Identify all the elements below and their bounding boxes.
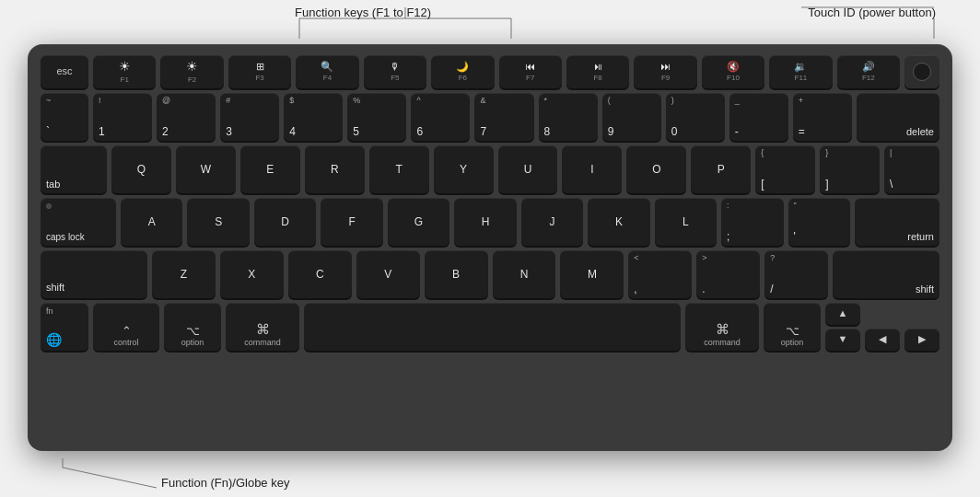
key-slash[interactable]: ? / [764, 250, 828, 298]
key-control[interactable]: ⌃ control [93, 303, 159, 351]
key-command-left[interactable]: ⌘ command [226, 303, 299, 351]
number-key-row: ~ ` ! 1 @ 2 # 3 $ 4 % 5 ^ 6 & 7 [41, 93, 939, 141]
key-v[interactable]: V [356, 250, 420, 298]
key-8[interactable]: * 8 [539, 93, 598, 141]
key-o[interactable]: O [626, 145, 686, 193]
key-period[interactable]: > . [696, 250, 760, 298]
key-f10[interactable]: 🔇 F10 [702, 55, 764, 88]
key-f4[interactable]: 🔍 F4 [296, 55, 358, 88]
key-return[interactable]: return [855, 198, 939, 246]
key-f7[interactable]: ⏮ F7 [499, 55, 562, 88]
arrow-key-group: ▲ ▼ [825, 303, 860, 351]
key-arrow-right[interactable]: ▶ [904, 329, 939, 351]
key-pipe[interactable]: | \ [884, 145, 939, 193]
key-x[interactable]: X [220, 250, 284, 298]
key-g[interactable]: G [388, 198, 449, 246]
svg-line-7 [63, 468, 157, 488]
key-equals[interactable]: + = [793, 93, 852, 141]
key-3[interactable]: # 3 [220, 93, 279, 141]
key-backtick[interactable]: ~ ` [41, 93, 88, 141]
key-f9[interactable]: ⏭ F9 [634, 55, 696, 88]
function-keys-label: Function keys (F1 to F12) [295, 6, 431, 19]
key-7[interactable]: & 7 [474, 93, 533, 141]
key-b[interactable]: B [425, 250, 488, 298]
key-f5[interactable]: 🎙 F5 [364, 55, 426, 88]
key-fn-globe[interactable]: fn 🌐 [41, 303, 88, 351]
key-9[interactable]: ( 9 [602, 93, 661, 141]
function-key-row: esc ☀ F1 ☀ F2 ⊞ F3 🔍 F4 [41, 55, 939, 88]
key-f8[interactable]: ⏯ F8 [566, 55, 629, 88]
key-shift-left[interactable]: shift [41, 250, 147, 298]
key-f11[interactable]: 🔉 F11 [769, 55, 832, 88]
key-e[interactable]: E [240, 145, 300, 193]
key-f6[interactable]: 🌙 F6 [431, 55, 494, 88]
key-6[interactable]: ^ 6 [411, 93, 470, 141]
key-i[interactable]: I [562, 145, 622, 193]
key-1[interactable]: ! 1 [93, 93, 152, 141]
key-f[interactable]: F [321, 198, 382, 246]
key-q[interactable]: Q [111, 145, 171, 193]
key-n[interactable]: N [493, 250, 556, 298]
key-p[interactable]: P [691, 145, 751, 193]
key-c[interactable]: C [288, 250, 352, 298]
key-arrow-left[interactable]: ◀ [865, 329, 900, 351]
key-r[interactable]: R [305, 145, 365, 193]
key-minus[interactable]: _ - [729, 93, 788, 141]
key-esc[interactable]: esc [41, 55, 88, 88]
zxcv-key-row: shift Z X C V B N M < , > . ? / shift [41, 250, 939, 298]
key-bracket-left[interactable]: { [ [755, 145, 815, 193]
keyboard: esc ☀ F1 ☀ F2 ⊞ F3 🔍 F4 [28, 44, 952, 451]
touchid-annotation: Touch ID (power button) [808, 6, 936, 19]
key-tab[interactable]: tab [41, 145, 107, 193]
key-option-left[interactable]: ⌥ option [164, 303, 221, 351]
key-quote[interactable]: " ' [788, 198, 850, 246]
key-f1[interactable]: ☀ F1 [93, 55, 156, 88]
key-touchid[interactable] [904, 55, 939, 88]
key-f2[interactable]: ☀ F2 [160, 55, 223, 88]
key-f12[interactable]: 🔊 F12 [837, 55, 900, 88]
touchid-label: Touch ID (power button) [808, 6, 936, 19]
key-m[interactable]: M [560, 250, 624, 298]
key-0[interactable]: ) 0 [666, 93, 725, 141]
key-4[interactable]: $ 4 [284, 93, 343, 141]
key-5[interactable]: % 5 [347, 93, 406, 141]
bottom-key-row: fn 🌐 ⌃ control ⌥ option ⌘ command ⌘ [41, 303, 939, 351]
key-h[interactable]: H [454, 198, 516, 246]
key-delete[interactable]: delete [857, 93, 939, 141]
key-space[interactable] [304, 303, 681, 351]
key-option-right[interactable]: ⌥ option [764, 303, 821, 351]
key-shift-right[interactable]: shift [833, 250, 939, 298]
asdf-key-row: caps lock A S D F G H J K L : ; " ' retu… [41, 198, 939, 246]
key-a[interactable]: A [121, 198, 182, 246]
function-keys-annotation: Function keys (F1 to F12) [295, 6, 431, 19]
key-d[interactable]: D [254, 198, 316, 246]
arrow-right-group: ▶ [904, 303, 939, 351]
key-semicolon[interactable]: : ; [721, 198, 783, 246]
key-command-right[interactable]: ⌘ command [685, 303, 759, 351]
key-t[interactable]: T [369, 145, 429, 193]
key-f3[interactable]: ⊞ F3 [228, 55, 291, 88]
key-s[interactable]: S [187, 198, 249, 246]
fn-globe-label: Function (Fn)/Globe key [161, 476, 289, 490]
key-2[interactable]: @ 2 [157, 93, 216, 141]
key-y[interactable]: Y [434, 145, 494, 193]
key-arrow-down[interactable]: ▼ [825, 329, 860, 351]
key-caps-lock[interactable]: caps lock [41, 198, 116, 246]
key-k[interactable]: K [588, 198, 649, 246]
key-z[interactable]: Z [152, 250, 216, 298]
qwerty-key-row: tab Q W E R T Y U I O P { [ } ] | \ [41, 145, 939, 193]
fn-globe-annotation: Function (Fn)/Globe key [161, 476, 289, 490]
key-u[interactable]: U [498, 145, 558, 193]
key-arrow-up[interactable]: ▲ [825, 303, 860, 325]
key-j[interactable]: J [521, 198, 583, 246]
key-w[interactable]: W [176, 145, 236, 193]
key-bracket-right[interactable]: } ] [820, 145, 880, 193]
key-comma[interactable]: < , [628, 250, 692, 298]
key-l[interactable]: L [655, 198, 717, 246]
arrow-left-right-group: ◀ [865, 303, 900, 351]
